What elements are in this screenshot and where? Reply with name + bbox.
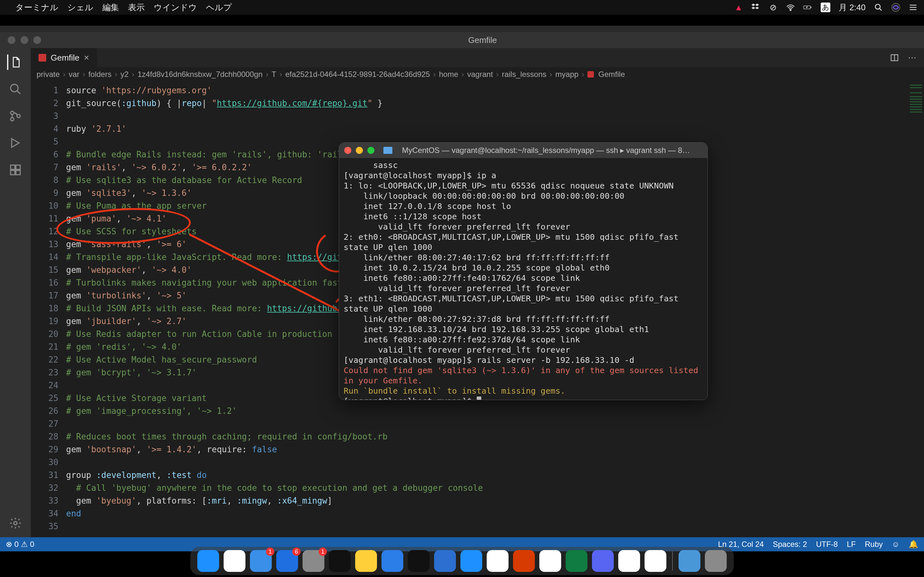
dock-divider	[672, 551, 673, 571]
line-numbers: 1234567891011121314151617181920212223242…	[31, 81, 66, 537]
close-dot-icon[interactable]	[8, 36, 15, 44]
minimize-dot-icon[interactable]	[21, 36, 28, 44]
dock-app-appstore[interactable]: 6	[276, 550, 298, 572]
dock-trash[interactable]	[705, 550, 727, 572]
dock-app-finder[interactable]	[197, 550, 219, 572]
close-tab-icon[interactable]: ×	[84, 53, 89, 63]
language-mode[interactable]: Ruby	[865, 540, 883, 549]
siri-icon[interactable]	[891, 3, 900, 12]
dock-app-ms-todo[interactable]	[434, 550, 456, 572]
minimize-dot-icon[interactable]	[356, 147, 363, 154]
sync-icon[interactable]: ⊘	[769, 3, 778, 12]
badge: 6	[292, 548, 300, 556]
svg-point-9	[11, 111, 14, 114]
dock-app-duck[interactable]	[355, 550, 377, 572]
close-dot-icon[interactable]	[344, 147, 351, 154]
terminal-title: MyCentOS — vagrant@localhost:~/rails_les…	[402, 146, 702, 155]
problems-indicator[interactable]: ⊗ 0 ⚠ 0	[6, 540, 34, 549]
menubar-item[interactable]: ウインドウ	[153, 2, 197, 13]
dock-app-chrome[interactable]	[224, 550, 246, 572]
breadcrumb-segment[interactable]: vagrant	[467, 70, 493, 79]
svg-point-16	[14, 522, 17, 525]
vscode-window-title: Gemfile	[41, 35, 924, 45]
settings-gear-icon[interactable]	[8, 516, 23, 531]
dock-app-finder-window[interactable]	[460, 550, 482, 572]
breadcrumb-segment[interactable]: private	[37, 70, 60, 79]
dock-app-terminal[interactable]	[329, 550, 351, 572]
dock-app-photos[interactable]	[487, 550, 509, 572]
breadcrumb-segment[interactable]: efa2521d-0464-4152-9891-26ad4c36d925	[285, 70, 430, 79]
dock-app-sysprefs[interactable]: 1	[302, 550, 325, 572]
minimap[interactable]	[908, 81, 924, 537]
wifi-icon[interactable]	[786, 3, 795, 12]
breadcrumb-segment[interactable]: var	[69, 70, 79, 79]
dock-app-slack[interactable]	[540, 550, 561, 572]
svg-rect-14	[11, 171, 15, 175]
warning-icon[interactable]: ▲	[734, 3, 743, 12]
breadcrumb[interactable]: private › var › folders › y2 › 1z4fd8v16…	[31, 67, 924, 81]
menubar-app-name[interactable]: ターミナル	[15, 2, 58, 13]
dock-folder[interactable]	[678, 550, 700, 572]
dock-app-excel[interactable]	[565, 550, 588, 572]
dock-app-office[interactable]	[513, 550, 535, 572]
zoom-dot-icon[interactable]	[33, 36, 41, 44]
eol-indicator[interactable]: LF	[846, 540, 856, 549]
svg-point-0	[790, 9, 791, 10]
breadcrumb-segment[interactable]: home	[439, 70, 458, 79]
input-indicator[interactable]: あ	[821, 3, 830, 12]
feedback-icon[interactable]: ☺	[892, 540, 900, 549]
traffic-lights[interactable]	[0, 36, 41, 44]
error-count: 0	[15, 540, 19, 548]
menubar-item[interactable]: 編集	[102, 2, 119, 13]
terminal-window: MyCentOS — vagrant@localhost:~/rails_les…	[339, 142, 708, 400]
indent-indicator[interactable]: Spaces: 2	[773, 540, 807, 549]
run-debug-icon[interactable]	[8, 135, 23, 151]
chevron-right-icon: ›	[549, 70, 552, 79]
terminal-output[interactable]: sassc[vagrant@localhost myapp]$ ip a1: l…	[339, 158, 708, 400]
more-actions-icon[interactable]: ⋯	[908, 53, 916, 63]
menubar-item[interactable]: ヘルプ	[206, 2, 232, 13]
source-control-icon[interactable]	[8, 108, 23, 124]
activity-bar	[0, 48, 31, 537]
breadcrumb-segment[interactable]: myapp	[556, 70, 578, 79]
chevron-right-icon: ›	[496, 70, 499, 79]
dock-app-discord[interactable]	[592, 550, 614, 572]
menubar-item[interactable]: 表示	[128, 2, 145, 13]
explorer-icon[interactable]	[7, 55, 23, 70]
menubar-item[interactable]: シェル	[67, 2, 94, 13]
encoding-indicator[interactable]: UTF-8	[816, 540, 838, 549]
breadcrumb-segment[interactable]: folders	[88, 70, 111, 79]
search-icon[interactable]	[8, 81, 23, 97]
extensions-icon[interactable]	[8, 162, 23, 177]
chevron-right-icon: ›	[115, 70, 117, 79]
notifications-icon[interactable]: 🔔	[909, 540, 918, 549]
dock-app-ie[interactable]	[618, 550, 640, 572]
breadcrumb-segment[interactable]: T	[271, 70, 276, 79]
breadcrumb-segment[interactable]: y2	[120, 70, 128, 79]
breadcrumb-segment[interactable]: 1z4fd8v16dn6knsbxw_7dchh0000gn	[137, 70, 263, 79]
warning-count: 0	[30, 540, 34, 548]
breadcrumb-segment[interactable]: rails_lessons	[502, 70, 546, 79]
dock-app-iterm[interactable]	[408, 550, 430, 572]
dropbox-icon[interactable]	[751, 3, 760, 12]
svg-point-10	[11, 118, 14, 121]
dock-app-tasks[interactable]	[645, 550, 666, 572]
dock-app-vscode[interactable]	[381, 550, 403, 572]
breadcrumb-segment[interactable]: Gemfile	[598, 70, 625, 79]
terminal-titlebar[interactable]: MyCentOS — vagrant@localhost:~/rails_les…	[339, 143, 708, 158]
svg-rect-13	[16, 165, 20, 169]
svg-point-8	[11, 84, 18, 92]
ruby-file-icon	[39, 54, 46, 61]
battery-icon[interactable]	[803, 3, 813, 12]
control-center-icon[interactable]	[909, 3, 918, 12]
dock: 161	[190, 547, 734, 575]
dock-app-mail[interactable]: 1	[250, 550, 272, 572]
clock[interactable]: 月 2:40	[838, 2, 866, 13]
split-editor-icon[interactable]	[890, 53, 899, 62]
spotlight-icon[interactable]	[874, 3, 883, 12]
tab-gemfile[interactable]: Gemfile ×	[31, 48, 97, 67]
svg-point-3	[875, 4, 880, 9]
vscode-titlebar[interactable]: Gemfile	[0, 32, 924, 48]
zoom-dot-icon[interactable]	[367, 147, 375, 154]
badge: 1	[266, 548, 274, 556]
